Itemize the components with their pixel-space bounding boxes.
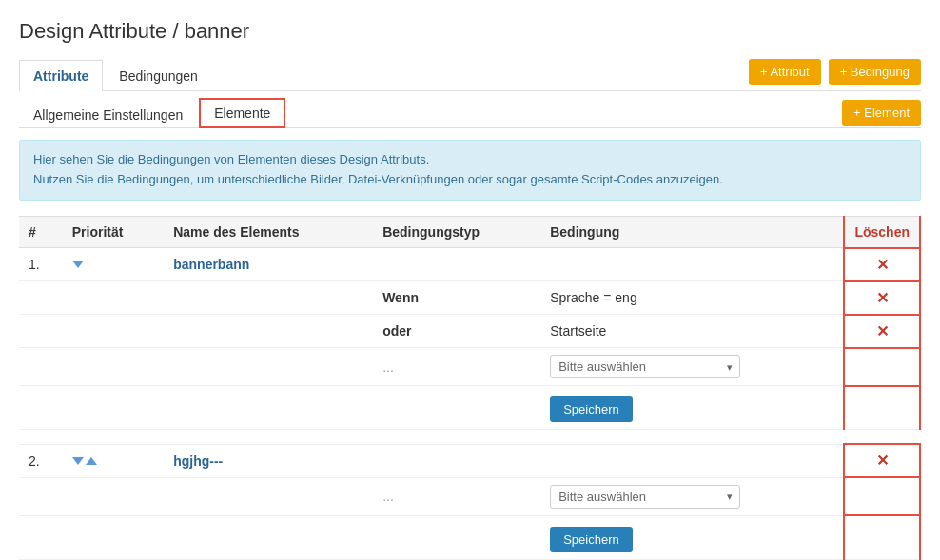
sp-type-1 — [373, 386, 540, 430]
cond-value-1-2: Startseite — [540, 315, 844, 348]
info-line1: Hier sehen Sie die Bedingungen von Eleme… — [33, 150, 907, 170]
element-name-link-1[interactable]: bannerbann — [173, 257, 249, 272]
subtabs-row: Allgemeine Einstellungen Elemente + Elem… — [19, 91, 921, 128]
cond-select-cell-2-1: Bitte auswählen Wenn oder ▾ — [540, 477, 844, 515]
col-header-hash: # — [19, 216, 63, 248]
delete-cond-1-1[interactable]: ✕ — [844, 281, 920, 315]
sp-delete-2 — [844, 515, 920, 559]
col-header-loschen: Löschen — [844, 216, 920, 248]
cond-type-1-3: ... — [373, 348, 540, 386]
subtab-elemente[interactable]: Elemente — [199, 98, 285, 128]
info-line2: Nutzen Sie die Bedingungen, um unterschi… — [33, 170, 907, 190]
tab-attribute[interactable]: Attribute — [19, 60, 103, 91]
sp-hash-1 — [19, 386, 63, 430]
cond-name-1-3 — [164, 348, 373, 386]
cond-name-2-1 — [164, 477, 373, 515]
add-element-button[interactable]: + Element — [842, 100, 921, 126]
condition-row-1-2: oder Startseite ✕ — [19, 315, 920, 348]
delete-cond-1-2[interactable]: ✕ — [844, 315, 920, 348]
speichern-row-2: Speichern — [19, 515, 920, 559]
elements-table: # Priorität Name des Elements Bedingungs… — [19, 216, 921, 560]
speichern-button-2[interactable]: Speichern — [550, 527, 633, 552]
element-number: 1. — [19, 248, 63, 281]
col-header-bedingung: Bedingung — [540, 216, 844, 248]
page-title: Design Attribute / banner — [19, 19, 921, 44]
cond-type-2-1: ... — [373, 477, 540, 515]
condition-select-2[interactable]: Bitte auswählen Wenn oder — [550, 485, 740, 509]
sp-priority-1 — [63, 386, 164, 430]
sp-priority-2 — [63, 515, 164, 559]
element-bedingungstyp-2 — [373, 444, 540, 477]
element-priority-2 — [63, 444, 164, 477]
element-bedingungstyp-1 — [373, 248, 540, 281]
cond-priority-1-3 — [63, 348, 164, 386]
condition-row-1-3: ... Bitte auswählen Wenn oder ▾ — [19, 348, 920, 386]
condition-row-1-1: Wenn Sprache = eng ✕ — [19, 281, 920, 315]
speichern-button-1[interactable]: Speichern — [550, 396, 633, 422]
main-tabs-row: Attribute Bedingungen + Attribut + Bedin… — [19, 59, 921, 91]
cond-type-1-2: oder — [373, 315, 540, 348]
add-bedingung-button[interactable]: + Bedingung — [829, 59, 921, 85]
spacer-cell-1 — [19, 430, 920, 445]
main-tabs-left: Attribute Bedingungen — [19, 59, 214, 90]
col-header-prioritaet: Priorität — [63, 216, 164, 248]
delete-element-2[interactable]: ✕ — [844, 444, 920, 477]
condition-row-2-1: ... Bitte auswählen Wenn oder ▾ — [19, 477, 920, 515]
info-box: Hier sehen Sie die Bedingungen von Eleme… — [19, 140, 921, 201]
sp-delete-1 — [844, 386, 920, 430]
element-name-cell: bannerbann — [164, 248, 373, 281]
cond-name-1-2 — [164, 315, 373, 348]
subtab-allgemeine[interactable]: Allgemeine Einstellungen — [19, 101, 197, 128]
cond-hash-2-1 — [19, 477, 63, 515]
cond-value-1-1: Sprache = eng — [540, 281, 844, 315]
speichern-row-1: Speichern — [19, 386, 920, 430]
arrow-up-2[interactable] — [86, 457, 97, 465]
tab-bedingungen[interactable]: Bedingungen — [105, 60, 212, 91]
table-row: 1. bannerbann ✕ — [19, 248, 920, 281]
table-header-row: # Priorität Name des Elements Bedingungs… — [19, 216, 920, 248]
element-name-link-2[interactable]: hgjhg--- — [173, 454, 223, 469]
element-number-2: 2. — [19, 444, 63, 477]
add-attribut-button[interactable]: + Attribut — [749, 59, 821, 85]
cond-select-cell-1-3: Bitte auswählen Wenn oder ▾ — [540, 348, 844, 386]
condition-select-1[interactable]: Bitte auswählen Wenn oder — [550, 355, 740, 378]
element-bedingung-2 — [540, 444, 844, 477]
col-header-name: Name des Elements — [164, 216, 373, 248]
delete-element-1[interactable]: ✕ — [844, 248, 920, 281]
sp-btn-cell-1: Speichern — [540, 386, 844, 430]
select-wrapper-1: Bitte auswählen Wenn oder ▾ — [550, 355, 740, 378]
element-priority — [63, 248, 164, 281]
cond-priority-1-1 — [63, 281, 164, 315]
priority-arrows-1 — [72, 261, 154, 268]
subtabs-right: + Element — [842, 100, 921, 126]
cond-hash-1-3 — [19, 348, 63, 386]
cond-name-1-1 — [164, 281, 373, 315]
cond-hash-1-2 — [19, 315, 63, 348]
spacer-row-1 — [19, 430, 920, 445]
cond-delete-spacer-1-3 — [844, 348, 920, 386]
cond-priority-1-2 — [63, 315, 164, 348]
element-bedingung-1 — [540, 248, 844, 281]
cond-delete-spacer-2-1 — [844, 477, 920, 515]
sp-btn-cell-2: Speichern — [540, 515, 844, 559]
arrow-down-1[interactable] — [72, 261, 84, 268]
sp-name-1 — [164, 386, 373, 430]
col-header-bedingungstyp: Bedingungstyp — [373, 216, 540, 248]
cond-hash-1-1 — [19, 281, 63, 315]
table-row-2: 2. hgjhg--- ✕ — [19, 444, 920, 477]
sp-hash-2 — [19, 515, 63, 559]
priority-arrows-2 — [72, 457, 154, 465]
element-name-cell-2: hgjhg--- — [164, 444, 373, 477]
sp-type-2 — [373, 515, 540, 559]
cond-priority-2-1 — [63, 477, 164, 515]
subtabs-left: Allgemeine Einstellungen Elemente — [19, 97, 287, 127]
main-tabs-right: + Attribut + Bedingung — [749, 59, 921, 90]
select-wrapper-2: Bitte auswählen Wenn oder ▾ — [550, 485, 740, 509]
sp-name-2 — [164, 515, 373, 559]
arrow-down-2[interactable] — [72, 457, 84, 465]
cond-type-1-1: Wenn — [373, 281, 540, 315]
